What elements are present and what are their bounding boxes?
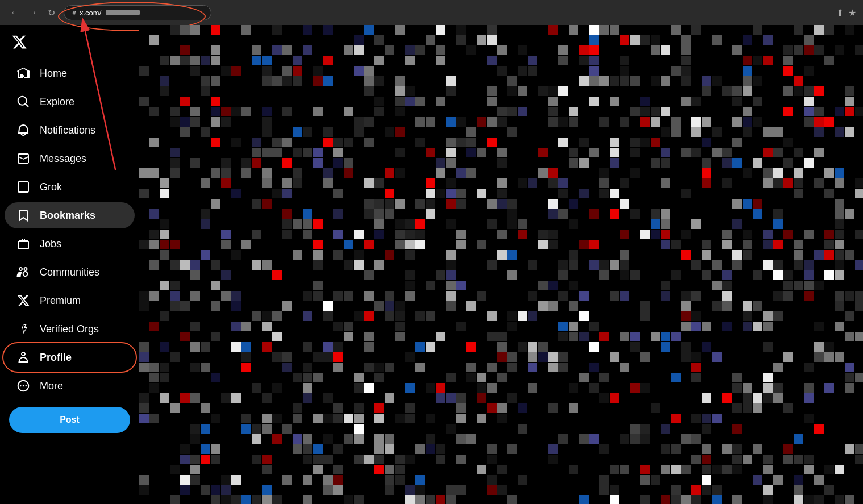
sidebar: Home Explore Notifications [0,25,139,504]
browser-right-icons: ⬆ ★ [836,7,856,18]
search-icon [16,94,31,109]
reload-button[interactable]: ↻ [43,5,59,20]
address-bar-container: ⎈ x.com/ [64,5,211,20]
nav-buttons: ← → ↻ [7,5,59,20]
sidebar-item-more[interactable]: More [5,373,135,399]
pixel-content [139,25,863,504]
person-icon [16,350,31,365]
x-logo[interactable] [0,30,139,57]
sidebar-item-communities[interactable]: Communities [5,259,135,285]
sidebar-item-grok[interactable]: Grok [5,174,135,200]
profile-label: Profile [40,352,72,364]
communities-label: Communities [40,266,99,278]
browser-chrome: ← → ↻ ⎈ x.com/ ⬆ ★ [0,0,863,25]
bookmarks-label: Bookmarks [40,210,95,222]
briefcase-icon [16,236,31,251]
bookmark-icon [16,208,31,223]
messages-label: Messages [40,153,86,165]
notifications-label: Notifications [40,124,95,136]
explore-label: Explore [40,96,74,108]
grok-label: Grok [40,181,62,193]
url-text: x.com/ [80,9,101,17]
bell-icon [16,123,31,138]
communities-icon [16,265,31,280]
dots-circle-icon [16,378,31,393]
main-layout: Home Explore Notifications [0,25,863,504]
home-icon [16,66,31,81]
sidebar-item-explore[interactable]: Explore [5,89,135,115]
home-label: Home [40,68,67,80]
sidebar-item-home[interactable]: Home [5,60,135,86]
premium-label: Premium [40,295,81,307]
share-icon[interactable]: ⬆ [836,7,844,18]
back-button[interactable]: ← [7,5,23,20]
lightning-icon [16,322,31,336]
content-area [139,25,863,504]
sidebar-item-verified-orgs[interactable]: Verified Orgs [5,316,135,342]
post-button[interactable]: Post [9,407,130,433]
site-icon: ⎈ [72,9,76,16]
profile-oval-wrapper: Profile [5,344,135,370]
address-bar[interactable]: ⎈ x.com/ [64,5,211,20]
sidebar-item-profile[interactable]: Profile [5,344,135,370]
sidebar-item-premium[interactable]: Premium [5,288,135,314]
sidebar-item-jobs[interactable]: Jobs [5,231,135,257]
sidebar-item-notifications[interactable]: Notifications [5,117,135,143]
premium-icon [16,293,31,308]
verified-orgs-label: Verified Orgs [40,323,99,335]
envelope-icon [16,151,31,166]
more-label: More [40,380,63,392]
bookmark-star-icon[interactable]: ★ [848,7,856,18]
jobs-label: Jobs [40,238,61,250]
sidebar-item-bookmarks[interactable]: Bookmarks [5,202,135,228]
forward-button[interactable]: → [25,5,41,20]
url-redacted [106,10,140,15]
grok-icon [16,180,31,194]
sidebar-item-messages[interactable]: Messages [5,145,135,172]
